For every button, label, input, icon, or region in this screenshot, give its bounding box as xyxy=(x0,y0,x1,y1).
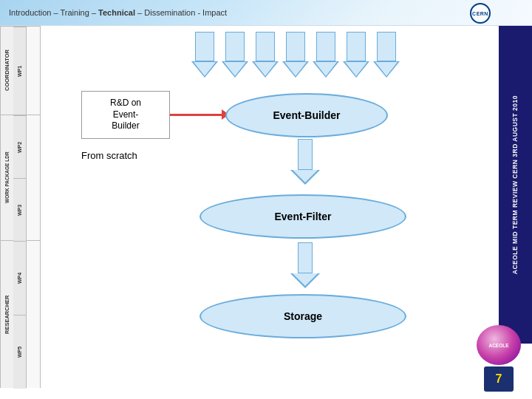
arrow-head-inner xyxy=(224,62,246,76)
arrow-body xyxy=(286,32,305,61)
down-arrow-7 xyxy=(373,32,400,80)
arrow-head-container xyxy=(252,61,279,78)
cern-logo: CERN xyxy=(464,2,497,24)
down-arrow-4 xyxy=(282,32,309,80)
down-arrow-3 xyxy=(252,32,279,80)
breadcrumb-active: Technical xyxy=(98,8,135,17)
arrow-head-inner xyxy=(315,62,337,76)
aceole-text: ACEOLE xyxy=(488,343,508,348)
down-arrow-2 xyxy=(222,32,248,80)
storage-box: Storage xyxy=(200,294,406,338)
aceole-logo: ACEOLE 7 xyxy=(466,325,532,395)
arrow-head-inner xyxy=(284,62,307,76)
arrow-head-container xyxy=(313,61,339,78)
event-filter-box: Event-Filter xyxy=(200,194,406,239)
header: Introduction – Training – Technical – Di… xyxy=(0,0,532,26)
ldr-role: WORK PACKAGE LDR xyxy=(0,115,13,240)
arrow-body xyxy=(377,32,396,61)
wp45-col: WP4 WP5 xyxy=(13,241,27,388)
wp4-label: WP4 xyxy=(13,241,26,315)
conn-arrow-body xyxy=(298,139,313,170)
fp7-badge: 7 xyxy=(484,366,514,392)
left-side-labels: COORDINATOR WP1 WORK PACKAGE LDR WP2 WP3… xyxy=(0,26,41,388)
rnd-arrow-line xyxy=(170,114,222,116)
down-arrow-5 xyxy=(313,32,339,80)
arrow-body xyxy=(256,32,275,61)
rnd-label: R&D onEvent-Builder xyxy=(110,98,141,132)
arrow-body xyxy=(225,32,245,61)
conn-arrow-body xyxy=(298,242,313,273)
wp3-label: WP3 xyxy=(13,178,26,241)
coordinator-role: COORDINATOR xyxy=(0,27,13,115)
researcher-section: RESEARCHER WP4 WP5 xyxy=(0,240,41,388)
right-banner: ACEOLE MID TERM REVIEW CERN 3RD AUGUST 2… xyxy=(499,26,532,344)
wp23-col: WP2 WP3 xyxy=(13,115,27,240)
from-scratch-text: From scratch xyxy=(81,150,137,161)
cern-circle: CERN xyxy=(470,3,491,24)
conn-arrow-head xyxy=(290,273,320,288)
conn-arrow-head xyxy=(290,170,320,185)
work-package-section: WORK PACKAGE LDR WP2 WP3 xyxy=(0,115,41,240)
arrow-head-inner xyxy=(194,62,216,76)
conn-arrow-head-wrap xyxy=(290,170,320,185)
event-filter-label: Event-Filter xyxy=(274,211,331,222)
breadcrumb: Introduction – Training – Technical – Di… xyxy=(9,8,227,17)
arrow-head-container xyxy=(191,61,218,78)
connector-arrow-1 xyxy=(290,139,320,187)
top-arrows xyxy=(174,32,417,83)
cern-text: CERN xyxy=(472,11,488,16)
rnd-to-event-builder-arrow xyxy=(170,113,229,116)
event-builder-label: Event-Builder xyxy=(273,109,340,121)
wp5-label: WP5 xyxy=(13,315,26,389)
arrow-body xyxy=(195,32,214,61)
arrow-head-container xyxy=(282,61,309,78)
arrow-head-container xyxy=(343,61,369,78)
arrow-head-inner xyxy=(345,62,367,76)
event-builder-box: Event-Builder xyxy=(225,93,388,137)
wp2-label: WP2 xyxy=(13,115,26,178)
connector-arrow-2 xyxy=(290,242,320,290)
main-diagram: R&D onEvent-Builder Event-Builder From s… xyxy=(41,28,469,368)
storage-label: Storage xyxy=(284,310,322,322)
arrow-head-container xyxy=(373,61,400,78)
right-banner-text: ACEOLE MID TERM REVIEW CERN 3RD AUGUST 2… xyxy=(511,95,519,274)
wp1-label: WP1 xyxy=(13,27,26,115)
arrow-body xyxy=(316,32,335,61)
aceole-circle: ACEOLE xyxy=(477,325,521,365)
arrow-head-inner xyxy=(375,62,398,76)
fp7-number: 7 xyxy=(496,372,502,386)
arrow-head-inner xyxy=(254,62,276,76)
arrow-body xyxy=(347,32,366,61)
down-arrow-6 xyxy=(343,32,369,80)
arrow-head-container xyxy=(222,61,248,78)
researcher-role: RESEARCHER xyxy=(0,241,13,388)
coordinator-section: COORDINATOR WP1 xyxy=(0,26,41,115)
conn-arrow-head-wrap xyxy=(290,273,320,288)
wp1-col: WP1 xyxy=(13,27,27,115)
down-arrow-1 xyxy=(191,32,218,80)
rnd-box: R&D onEvent-Builder xyxy=(81,91,170,139)
